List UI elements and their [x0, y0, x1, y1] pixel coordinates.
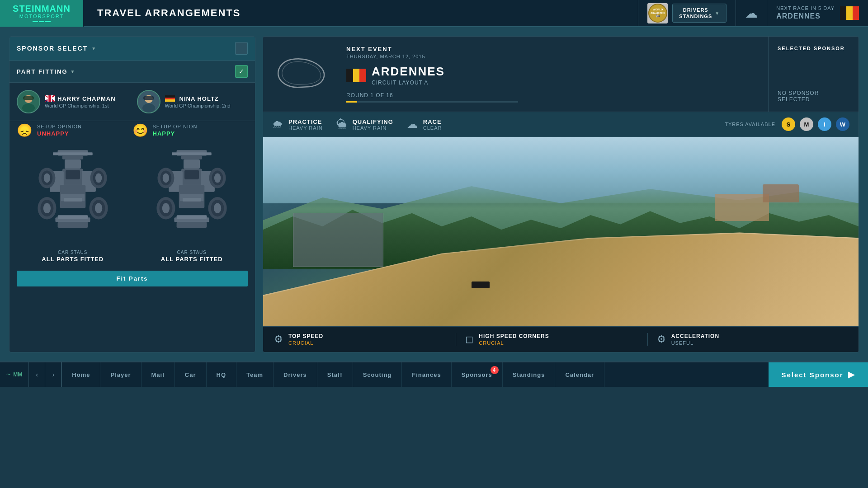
svg-point-26: [43, 174, 50, 183]
sponsor-select-header: SPONSOR SELECT ▼: [9, 37, 255, 61]
race-weather: ☁ RACE CLEAR: [407, 118, 442, 131]
mm-logo-text: MM: [13, 371, 22, 378]
nav-item-staff[interactable]: Staff: [317, 362, 353, 387]
svg-rect-7: [23, 96, 34, 100]
next-race-text: NEXT RACE IN 5 DAY ARDENNES: [776, 5, 835, 21]
practice-weather: 🌧 PRACTICE HEAVY RAIN: [272, 118, 323, 131]
nav-next-btn[interactable]: ›: [45, 362, 61, 387]
selected-sponsor-area: SELECTED SPONSOR NO SPONSOR SELECTED: [768, 37, 859, 112]
nav-item-mail[interactable]: Mail: [142, 362, 175, 387]
event-details: NEXT EVENT THURSDAY, MARCH 12, 2015 ARDE…: [346, 46, 518, 103]
nav-item-calendar[interactable]: Calendar: [555, 362, 604, 387]
nav-item-drivers[interactable]: Drivers: [274, 362, 317, 387]
char-corners-details: HIGH SPEED CORNERS CRUCIAL: [479, 333, 549, 346]
part-fitting-check-btn[interactable]: ✓: [235, 65, 248, 78]
svg-rect-22: [57, 215, 88, 219]
event-flag: [346, 69, 366, 82]
svg-rect-40: [181, 155, 202, 159]
svg-rect-11: [143, 96, 154, 100]
char-acceleration: ⚙ ACCELERATION USEFUL: [657, 333, 839, 346]
rain-icon: 🌦: [336, 118, 347, 131]
logo-sub: MOTORSPORT: [19, 13, 64, 20]
engine-icon: ⚙: [274, 333, 283, 345]
part-fitting-label: PART FITTING ▼: [17, 68, 76, 75]
svg-point-55: [214, 174, 221, 183]
nav-item-finances[interactable]: Finances: [402, 362, 451, 387]
round-progress-bar: [346, 101, 518, 103]
svg-rect-48: [177, 215, 207, 219]
main-content: SPONSOR SELECT ▼ PART FITTING ▼ ✓: [0, 27, 868, 361]
svg-text:🏁: 🏁: [656, 14, 660, 19]
nav-item-standings[interactable]: Standings: [503, 362, 556, 387]
svg-point-61: [214, 203, 221, 213]
driver1-details: HARRY CHAPMAN World GP Championship: 1st: [45, 95, 116, 108]
char-high-speed-corners: ◻ HIGH SPEED CORNERS CRUCIAL: [465, 333, 647, 346]
sponsor-close-btn[interactable]: [235, 42, 248, 55]
right-top: NEXT EVENT THURSDAY, MARCH 12, 2015 ARDE…: [263, 37, 859, 112]
belgium-flag: [840, 6, 859, 20]
round-info: ROUND 1 OF 16: [346, 92, 518, 99]
driver1-name-row: HARRY CHAPMAN: [45, 95, 116, 102]
track-outline-icon: [274, 54, 333, 94]
driver2-name-row: NINA HOLTZ: [165, 95, 231, 102]
part-fitting-chevron-icon: ▼: [71, 69, 76, 74]
driver1-avatar: [17, 90, 40, 113]
nav-items: Home Player Mail Car HQ Team Drivers Sta…: [62, 362, 769, 387]
world-gp-logo: WORLD GRAND PRIX 🏁: [647, 3, 668, 23]
nav-item-sponsors[interactable]: Sponsors 4: [452, 362, 503, 387]
nav-item-home[interactable]: Home: [62, 362, 100, 387]
svg-rect-13: [53, 152, 92, 155]
page-title: TRAVEL ARRANGEMENTS: [84, 7, 638, 19]
world-gp-widget: WORLD GRAND PRIX 🏁 DRIVERS STANDINGS ▼: [638, 0, 736, 26]
svg-point-52: [163, 174, 169, 183]
driver2-championship: World GP Championship: 2nd: [165, 103, 231, 108]
weather-widget: ☁: [736, 0, 767, 26]
nav-item-car[interactable]: Car: [175, 362, 207, 387]
char-top-speed-details: TOP SPEED CRUCIAL: [288, 333, 323, 346]
drivers-row: HARRY CHAPMAN World GP Championship: 1st: [9, 83, 255, 121]
event-name-block: ARDENNES CIRCUIT LAYOUT A: [372, 65, 445, 86]
driver2-details: NINA HOLTZ World GP Championship: 2nd: [165, 95, 231, 108]
select-sponsor-btn[interactable]: Select Sponsor ▶: [769, 362, 868, 387]
svg-rect-41: [184, 160, 200, 169]
svg-text:WORLD: WORLD: [652, 8, 663, 11]
svg-point-10: [142, 103, 155, 113]
fit-parts-btn[interactable]: Fit Parts: [17, 271, 248, 286]
sponsors-badge: 4: [491, 366, 499, 374]
svg-point-6: [22, 103, 35, 113]
nav-item-hq[interactable]: HQ: [207, 362, 237, 387]
nav-item-team[interactable]: Team: [236, 362, 274, 387]
bottom-bar: ~ MM ‹ › Home Player Mail Car HQ Team Dr…: [0, 361, 868, 387]
nav-prev-btn[interactable]: ‹: [29, 362, 45, 387]
weather-cloud-icon: ☁: [745, 6, 758, 21]
tilde-icon: ~: [6, 371, 10, 379]
next-race-widget: NEXT RACE IN 5 DAY ARDENNES: [767, 0, 868, 26]
svg-rect-43: [184, 170, 199, 179]
svg-rect-63: [183, 198, 201, 202]
svg-rect-39: [172, 152, 212, 155]
svg-rect-17: [66, 170, 80, 179]
nav-item-scouting[interactable]: Scouting: [353, 362, 402, 387]
right-panel: NEXT EVENT THURSDAY, MARCH 12, 2015 ARDE…: [263, 36, 859, 352]
practice-details: PRACTICE HEAVY RAIN: [288, 118, 323, 131]
part-fitting-header: PART FITTING ▼ ✓: [9, 61, 255, 83]
cars-row: CAR STAUS ALL PARTS FITTED: [9, 142, 255, 267]
driver1-info: HARRY CHAPMAN World GP Championship: 1st: [17, 90, 128, 113]
track-image: [263, 137, 859, 326]
driver1-setup-opinion: 😞 SETUP OPINION UNHAPPY: [17, 123, 132, 138]
setup-opinions-row: 😞 SETUP OPINION UNHAPPY 😊 SETUP OPINION …: [9, 121, 255, 142]
svg-rect-49: [177, 222, 207, 228]
round-progress-fill: [346, 101, 357, 103]
top-bar: STEINMANN MOTORSPORT TRAVEL ARRANGEMENTS…: [0, 0, 868, 27]
svg-rect-15: [65, 160, 81, 169]
nav-item-player[interactable]: Player: [100, 362, 141, 387]
driver1-flag-icon: [45, 95, 55, 102]
svg-rect-23: [57, 222, 88, 228]
car1-graphic: [32, 147, 113, 246]
svg-rect-14: [62, 155, 83, 159]
no-sponsor-text: NO SPONSOR SELECTED: [778, 90, 849, 103]
char-acceleration-details: ACCELERATION USEFUL: [671, 333, 719, 346]
svg-point-32: [43, 203, 50, 213]
drivers-standings-btn[interactable]: DRIVERS STANDINGS ▼: [672, 4, 726, 23]
driver2-setup-opinion: 😊 SETUP OPINION HAPPY: [132, 123, 248, 138]
